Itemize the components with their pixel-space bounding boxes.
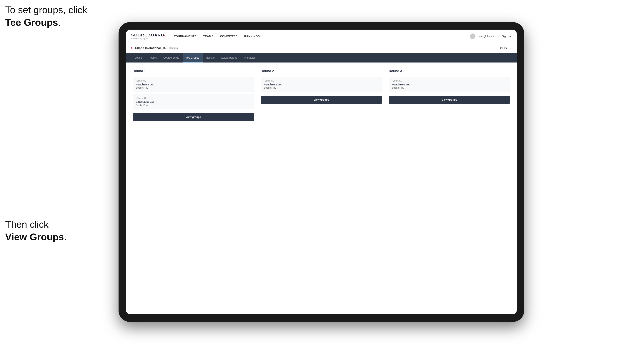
tablet-screen: SCOREBOARDC Powered by clippit TOURNAMEN…: [126, 30, 517, 314]
round-2-title: Round 2: [260, 69, 382, 73]
instruction-bottom-bold: View Groups: [5, 231, 64, 242]
tablet-device: SCOREBOARDC Powered by clippit TOURNAMEN…: [118, 22, 524, 322]
tab-teams[interactable]: Teams: [146, 53, 160, 62]
nav-rankings[interactable]: RANKINGS: [244, 34, 260, 38]
round-2-course-a-label: (Course A): [264, 80, 379, 82]
round-2-view-groups-button[interactable]: View groups: [260, 96, 382, 104]
instruction-top-bold: Tee Groups: [5, 17, 58, 28]
round-1-column: Round 1 (Course A) Peachtree GC Stroke P…: [132, 69, 254, 121]
round-1-view-groups-button[interactable]: View groups: [132, 113, 254, 121]
round-2-course-a-format: Stroke Play: [264, 86, 379, 89]
round-3-course-a-name: Peachtree GC: [392, 83, 507, 86]
user-avatar: [470, 33, 476, 39]
instruction-bottom-period: .: [64, 231, 66, 242]
instruction-bottom: Then click View Groups.: [5, 218, 66, 243]
round-3-course-a-label: (Course A): [392, 80, 507, 82]
round-1-course-b-label: (Course B): [136, 97, 251, 100]
instruction-bottom-line1: Then click: [5, 219, 48, 230]
nav-tournaments[interactable]: TOURNAMENTS: [174, 34, 196, 38]
logo-text: SCOREBOARDC: [131, 33, 166, 37]
round-1-course-b-card: (Course B) East Lake GC Stroke Play: [132, 94, 254, 109]
rounds-grid: Round 1 (Course A) Peachtree GC Stroke P…: [132, 69, 510, 121]
instruction-top-period: .: [58, 17, 60, 28]
tournament-c-icon: C: [131, 46, 134, 50]
round-2-column: Round 2 (Course A) Peachtree GC Stroke P…: [260, 69, 382, 121]
tab-course-setup[interactable]: Course Setup: [160, 53, 182, 62]
round-1-course-b-format: Stroke Play: [136, 104, 251, 107]
tab-printables[interactable]: Printables: [240, 53, 259, 62]
round-1-course-a-name: Peachtree GC: [136, 83, 251, 86]
round-2-course-a-name: Peachtree GC: [264, 83, 379, 86]
cancel-button[interactable]: Cancel ✕: [500, 47, 512, 50]
nav-separator: |: [498, 35, 499, 38]
tournament-title-area: C Clippd Invitational (M... Hosting: [131, 46, 500, 50]
tournament-name: Clippd Invitational (M...: [135, 46, 168, 50]
round-1-course-b-name: East Lake GC: [136, 100, 251, 103]
instruction-top: To set groups, click Tee Groups.: [5, 4, 87, 29]
tab-tee-groups[interactable]: Tee Groups: [182, 53, 203, 62]
hosting-badge: Hosting: [169, 47, 178, 49]
round-3-column: Round 3 (Course A) Peachtree GC Stroke P…: [389, 69, 510, 121]
round-3-view-groups-button[interactable]: View groups: [389, 96, 510, 104]
round-1-course-a-label: (Course A): [136, 80, 251, 82]
tab-bar: Details Teams Course Setup Tee Groups Re…: [126, 53, 517, 62]
instruction-top-line1: To set groups, click: [5, 4, 87, 15]
top-nav: SCOREBOARDC Powered by clippit TOURNAMEN…: [126, 30, 517, 43]
cancel-x-icon: ✕: [509, 47, 512, 50]
nav-committee[interactable]: COMMITTEE: [220, 34, 238, 38]
sub-nav: C Clippd Invitational (M... Hosting Canc…: [126, 43, 517, 53]
round-1-course-a-card: (Course A) Peachtree GC Stroke Play: [132, 77, 254, 92]
sign-out-link[interactable]: Sign out: [502, 35, 512, 38]
round-3-course-a-format: Stroke Play: [392, 86, 507, 89]
user-email: blair@clippit.io: [478, 35, 495, 38]
logo-c-icon: C: [164, 34, 166, 37]
round-3-course-a-card: (Course A) Peachtree GC Stroke Play: [389, 77, 510, 92]
round-1-course-a-format: Stroke Play: [136, 86, 251, 89]
round-2-course-a-card: (Course A) Peachtree GC Stroke Play: [260, 77, 382, 92]
main-content: Round 1 (Course A) Peachtree GC Stroke P…: [126, 62, 517, 314]
nav-teams[interactable]: TEAMS: [203, 34, 213, 38]
tab-leaderboards[interactable]: Leaderboards: [218, 53, 240, 62]
logo-sub: Powered by clippit: [131, 37, 166, 40]
tab-details[interactable]: Details: [131, 53, 146, 62]
tab-results[interactable]: Results: [203, 53, 218, 62]
round-3-title: Round 3: [389, 69, 510, 73]
round-1-title: Round 1: [132, 69, 254, 73]
nav-right: blair@clippit.io | Sign out: [470, 33, 512, 39]
nav-links: TOURNAMENTS TEAMS COMMITTEE RANKINGS: [174, 34, 470, 38]
logo-area: SCOREBOARDC Powered by clippit: [131, 33, 166, 40]
